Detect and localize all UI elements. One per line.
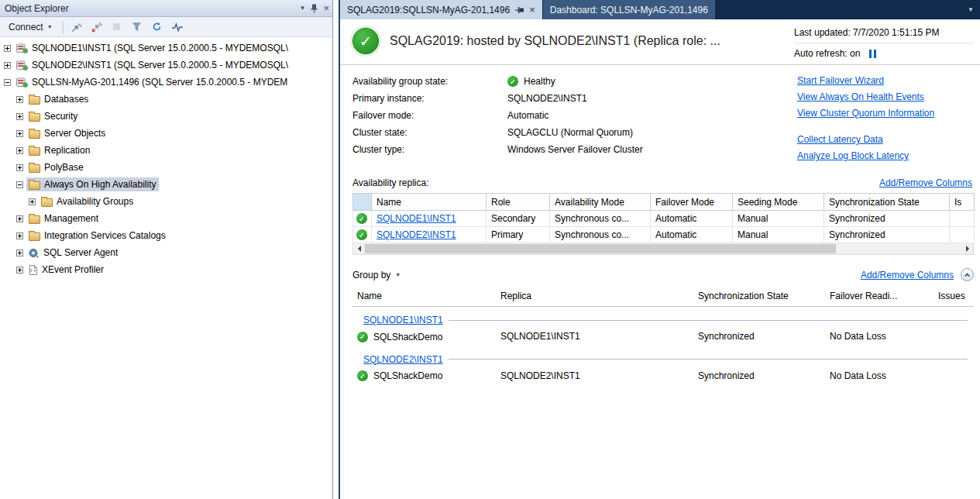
group-header-link[interactable]: SQLNODE1\INST1 xyxy=(363,315,443,325)
group-by-button[interactable]: Group by ▼ xyxy=(352,270,401,280)
close-icon[interactable]: × xyxy=(323,3,329,13)
tree-item-server-objects[interactable]: Server Objects xyxy=(0,125,332,142)
column-header-name: Name xyxy=(352,287,496,307)
collapse-section-button[interactable] xyxy=(961,268,974,281)
expand-icon[interactable] xyxy=(16,250,23,256)
scroll-left-arrow[interactable] xyxy=(353,243,365,254)
collect-latency-data-link[interactable]: Collect Latency Data xyxy=(797,132,974,148)
database-name-cell: ✓SQLShackDemo xyxy=(352,327,496,346)
connect-plug-icon[interactable] xyxy=(70,20,84,34)
tab-listener-dashboard[interactable]: Dashboard: SQLLSN-MyAG-201,1496 xyxy=(543,0,715,19)
view-health-events-link[interactable]: View Always On Health Events xyxy=(797,89,974,105)
expand-icon[interactable] xyxy=(16,267,23,274)
collapse-icon[interactable] xyxy=(16,181,23,188)
scroll-right-arrow[interactable] xyxy=(961,243,973,254)
green-check-icon: ✓ xyxy=(357,370,368,381)
stop-icon xyxy=(110,20,124,34)
replica-name-link[interactable]: SQLNODE1\INST1 xyxy=(377,213,456,224)
tab-list-chevron-icon[interactable]: ▼ xyxy=(961,6,980,13)
tree-item-sqlnode1[interactable]: SQLNODE1\INST1 (SQL Server 15.0.2000.5 -… xyxy=(0,40,332,57)
group-header-line xyxy=(449,359,968,360)
replica-status-cell: ✓ xyxy=(353,211,372,227)
replica-role-cell: Secondary xyxy=(487,211,550,227)
expand-icon[interactable] xyxy=(16,96,23,103)
replica-table: Name Role Availability Mode Failover Mod… xyxy=(352,193,975,243)
refresh-icon[interactable] xyxy=(150,20,164,34)
replica-status-cell: ✓ xyxy=(353,227,372,243)
add-remove-columns-link-group[interactable]: Add/Remove Columns xyxy=(861,270,954,280)
folder-icon xyxy=(29,113,40,122)
last-updated-text: Last updated: 7/7/2020 1:51:15 PM xyxy=(794,27,974,43)
pause-auto-refresh-icon[interactable] xyxy=(869,50,876,58)
expand-icon[interactable] xyxy=(16,215,23,222)
green-check-icon: ✓ xyxy=(356,213,367,224)
column-header-seeding-mode: Seeding Mode xyxy=(733,194,824,211)
object-explorer-panel: Object Explorer ▼ × Connect ▼ xyxy=(0,0,333,499)
group-by-label: Group by xyxy=(352,270,390,280)
server-icon xyxy=(16,77,28,88)
scroll-thumb[interactable] xyxy=(365,244,836,253)
expand-icon[interactable] xyxy=(16,130,23,137)
view-cluster-quorum-link[interactable]: View Cluster Quorum Information xyxy=(797,105,974,122)
tree-item-listener-sqllsn-myag[interactable]: SQLLSN-MyAG-201,1496 (SQL Server 15.0.20… xyxy=(0,74,332,91)
database-name-cell: ✓SQLShackDemo xyxy=(352,367,496,386)
tree-item-xevent-profiler[interactable]: XEvent Profiler xyxy=(0,261,332,278)
column-header-issues: Is xyxy=(950,194,975,211)
replica-name-link[interactable]: SQLNODE2\INST1 xyxy=(377,229,456,240)
folder-icon xyxy=(29,130,40,139)
scroll-track[interactable] xyxy=(365,243,961,254)
filter-icon[interactable] xyxy=(130,20,144,34)
tree-item-polybase[interactable]: PolyBase xyxy=(0,159,332,176)
start-failover-wizard-link[interactable]: Start Failover Wizard xyxy=(797,73,974,89)
window-position-chevron-icon[interactable]: ▼ xyxy=(299,5,305,12)
replica-row-sqlnode1[interactable]: ✓ SQLNODE1\INST1 Secondary Synchronous c… xyxy=(353,211,975,227)
tabstrip-filler xyxy=(715,0,961,19)
expand-icon[interactable] xyxy=(4,62,11,69)
replica-row-sqlnode2[interactable]: ✓ SQLNODE2\INST1 Primary Synchronous co.… xyxy=(353,227,975,243)
tree-item-availability-groups[interactable]: Availability Groups xyxy=(0,193,332,210)
tab-availability-group-dashboard[interactable]: SQLAG2019:SQLLSN-MyAG-201,1496 × xyxy=(340,0,542,19)
collapse-icon[interactable] xyxy=(4,79,11,86)
horizontal-scrollbar[interactable] xyxy=(352,243,974,255)
replica-issues-cell xyxy=(950,211,975,227)
close-icon[interactable]: × xyxy=(529,5,535,15)
tree-item-replication[interactable]: Replication xyxy=(0,142,332,159)
expand-icon[interactable] xyxy=(4,45,11,52)
column-header-name: Name xyxy=(372,194,487,211)
tree-item-integration-services-catalogs[interactable]: Integration Services Catalogs xyxy=(0,227,332,244)
panel-splitter[interactable] xyxy=(333,0,339,499)
expand-icon[interactable] xyxy=(16,113,23,120)
server-icon xyxy=(16,60,28,71)
expand-icon[interactable] xyxy=(16,147,23,154)
tree-item-sql-server-agent[interactable]: SQL Server Agent xyxy=(0,244,332,261)
tree-item-security[interactable]: Security xyxy=(0,108,332,125)
tree-item-label: Always On High Availability xyxy=(44,179,156,190)
expand-icon[interactable] xyxy=(29,198,36,205)
tree-item-label: Management xyxy=(44,213,98,224)
tree-item-management[interactable]: Management xyxy=(0,210,332,227)
database-failover-readiness-cell: No Data Loss xyxy=(825,327,934,346)
tree-item-label: PolyBase xyxy=(44,162,84,173)
tree-item-always-on-high-availability[interactable]: Always On High Availability xyxy=(0,176,332,193)
pin-icon[interactable] xyxy=(311,4,318,13)
replica-table-wrap: Name Role Availability Mode Failover Mod… xyxy=(340,193,980,255)
group-header-link[interactable]: SQLNODE2\INST1 xyxy=(363,354,443,365)
ssms-window: Object Explorer ▼ × Connect ▼ xyxy=(0,0,980,499)
expand-icon[interactable] xyxy=(16,232,23,239)
disconnect-plug-icon[interactable] xyxy=(90,20,104,34)
pin-icon[interactable] xyxy=(515,6,524,13)
document-area: SQLAG2019:SQLLSN-MyAG-201,1496 × Dashboa… xyxy=(339,0,980,499)
group-header-line xyxy=(449,320,968,321)
expand-icon[interactable] xyxy=(16,164,23,171)
tree-item-sqlnode2[interactable]: SQLNODE2\INST1 (SQL Server 15.0.2000.5 -… xyxy=(0,57,332,74)
replica-seeding-mode-cell: Manual xyxy=(733,227,824,243)
connect-button[interactable]: Connect ▼ xyxy=(5,20,57,34)
database-row[interactable]: ✓SQLShackDemo SQLNODE1\INST1 Synchronize… xyxy=(352,327,974,346)
analyze-log-block-latency-link[interactable]: Analyze Log Block Latency xyxy=(797,148,974,164)
green-check-icon: ✓ xyxy=(356,229,367,240)
add-remove-columns-link[interactable]: Add/Remove Columns xyxy=(879,177,972,188)
activity-monitor-icon[interactable] xyxy=(170,20,184,34)
replica-seeding-mode-cell: Manual xyxy=(733,211,824,227)
database-row[interactable]: ✓SQLShackDemo SQLNODE2\INST1 Synchronize… xyxy=(352,367,974,386)
tree-item-databases[interactable]: Databases xyxy=(0,91,332,108)
